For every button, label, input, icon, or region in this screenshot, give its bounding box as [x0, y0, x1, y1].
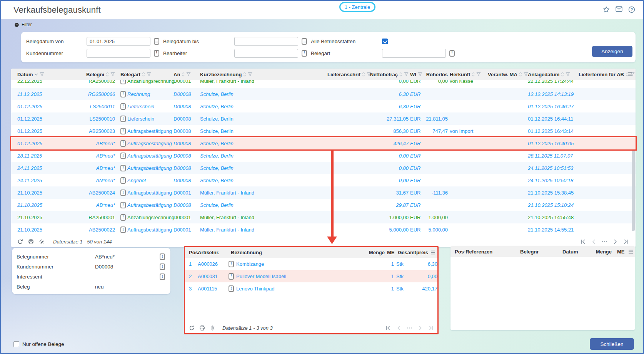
document-row[interactable]: 01.12.2025AB2500023!AuftragsbestätigungD…: [11, 125, 636, 137]
references-menu-icon[interactable]: [626, 250, 635, 254]
print-icon[interactable]: [28, 239, 34, 245]
document-row[interactable]: 22.12.2025RA2500002!AnzahlungsrechnungD0…: [11, 80, 636, 88]
artikel-state-icon[interactable]: !: [229, 273, 234, 280]
column-header-belegnr[interactable]: Belegnr: [520, 249, 562, 255]
refresh-icon[interactable]: [17, 239, 23, 245]
sort-icon[interactable]: [472, 72, 475, 77]
belegart-state-icon[interactable]: !: [120, 202, 126, 208]
pagination-pages-button[interactable]: [602, 241, 607, 243]
kundennummer-input[interactable]: [87, 49, 150, 58]
document-row[interactable]: 21.10.2025AB*neu*!AuftragsbestätigungD00…: [11, 199, 636, 211]
sort-desc-icon[interactable]: [34, 73, 38, 76]
belegart-lookup-state-icon[interactable]: !: [449, 50, 455, 57]
belegart-state-icon[interactable]: !: [120, 80, 126, 84]
belegdatum-von-lookup-icon[interactable]: …: [154, 38, 159, 45]
bearbeiter-input[interactable]: [234, 49, 298, 58]
belegart-state-icon[interactable]: !: [120, 214, 126, 221]
belegart-state-icon[interactable]: !: [120, 103, 126, 110]
column-header-belegn[interactable]: Belegnı: [80, 72, 115, 77]
pagination-last-button[interactable]: [623, 239, 629, 244]
document-row[interactable]: 24.11.2025AB*neu*!AuftragsbestätigungD00…: [11, 162, 636, 174]
refresh-icon[interactable]: [189, 325, 195, 331]
detail-state-icon[interactable]: !: [160, 273, 165, 280]
belegart-state-icon[interactable]: !: [120, 226, 126, 233]
column-header-belegart[interactable]: Belegart: [115, 72, 173, 77]
document-row[interactable]: 24.11.2025AN*neu*!AngebotD00008Schulze, …: [11, 174, 636, 186]
column-header-me[interactable]: ME: [385, 250, 398, 255]
sort-icon[interactable]: [399, 72, 402, 77]
belegart-state-icon[interactable]: !: [120, 128, 126, 134]
bearbeiter-state-icon[interactable]: !: [302, 50, 307, 57]
kundennummer-state-icon[interactable]: !: [154, 50, 159, 57]
column-header-gesamtpreis[interactable]: Gesamtpreis: [398, 250, 428, 255]
column-header-lieferanschrif[interactable]: Lieferanschrif: [326, 72, 369, 77]
belegart-state-icon[interactable]: !: [120, 91, 126, 97]
filter-funnel-icon[interactable]: [404, 72, 409, 77]
belegart-state-icon[interactable]: !: [120, 177, 126, 184]
document-row[interactable]: 21.10.2025AB2500024!AuftragsbestätigungD…: [11, 186, 636, 199]
column-header-wi[interactable]: WI: [409, 72, 425, 77]
filter-funnel-icon[interactable]: [418, 72, 422, 77]
document-row[interactable]: 28.11.2025AB*neu*!AuftragsbestätigungD00…: [11, 149, 636, 162]
document-row[interactable]: 01.12.2025LS2500011!LieferscheinD00008Sc…: [11, 100, 636, 112]
vertical-scrollbar-thumb[interactable]: [632, 143, 635, 231]
belegdatum-bis-input[interactable]: [234, 37, 298, 46]
print-icon[interactable]: [199, 325, 205, 331]
column-header-menge[interactable]: Menge: [368, 250, 385, 255]
artikel-state-icon[interactable]: !: [229, 261, 234, 267]
filter-funnel-icon[interactable]: [566, 72, 570, 77]
sort-icon[interactable]: [519, 72, 522, 77]
gear-icon[interactable]: [39, 239, 45, 245]
belegart-input[interactable]: [382, 49, 446, 58]
filter-funnel-icon[interactable]: [186, 72, 191, 77]
column-header-me[interactable]: ME: [612, 249, 626, 255]
help-icon[interactable]: ?: [628, 6, 635, 13]
filter-funnel-icon[interactable]: [40, 72, 44, 77]
pagination-next-button[interactable]: [614, 239, 617, 244]
column-header-datum[interactable]: Datum: [11, 72, 80, 77]
pagination-next-button[interactable]: [419, 325, 422, 331]
pagination-prev-button[interactable]: [397, 325, 400, 331]
gear-icon[interactable]: [210, 325, 215, 331]
positions-menu-icon[interactable]: [428, 250, 437, 255]
sort-icon[interactable]: [243, 72, 246, 77]
belegart-state-icon[interactable]: !: [120, 116, 126, 122]
betriebsstaette-badge[interactable]: 1 - Zentrale: [339, 2, 375, 12]
column-header-roherl-s[interactable]: Roherlös: [425, 72, 448, 77]
position-row[interactable]: 2A000031!Pullover Modell Isabell1Stk0,00: [185, 270, 437, 282]
detail-state-icon[interactable]: !: [160, 253, 165, 260]
filter-funnel-icon[interactable]: [147, 72, 151, 77]
position-row[interactable]: 1A000026!Kombizange1Stk6,30: [185, 258, 437, 270]
belegdatum-bis-lookup-icon[interactable]: …: [302, 38, 307, 45]
filter-funnel-icon[interactable]: [476, 72, 481, 77]
filter-funnel-icon[interactable]: [248, 72, 252, 77]
pagination-first-button[interactable]: [581, 239, 586, 244]
column-header-an[interactable]: An: [173, 72, 198, 77]
sort-icon[interactable]: [561, 72, 564, 77]
favorite-star-icon[interactable]: [603, 6, 610, 13]
column-header-pos-referenzen[interactable]: Pos-Referenzen: [450, 249, 520, 255]
column-header-liefertermin-f-r-ab[interactable]: Liefertermin für AB: [575, 72, 636, 77]
alle-betriebsstaetten-checkbox[interactable]: [382, 39, 388, 44]
mail-icon[interactable]: [616, 6, 622, 13]
belegart-state-icon[interactable]: !: [120, 153, 126, 159]
artikel-state-icon[interactable]: !: [229, 285, 234, 292]
pagination-last-button[interactable]: [428, 325, 434, 331]
filter-section-toggle[interactable]: Filter: [14, 22, 32, 27]
sort-icon[interactable]: [142, 72, 145, 77]
column-header-herkunft[interactable]: Herkunft: [448, 72, 486, 77]
column-header-bezeichnung[interactable]: Bezeichnung: [220, 250, 368, 255]
nur-offene-belege-checkbox[interactable]: [13, 341, 19, 347]
sort-icon[interactable]: [106, 72, 109, 77]
document-row[interactable]: 01.12.2025LS2500010!LieferscheinD00008Sc…: [11, 112, 636, 125]
document-row[interactable]: 11.12.2025RG2500066!RechnungD00008Schulz…: [11, 88, 636, 100]
belegart-state-icon[interactable]: !: [120, 190, 126, 196]
column-header-anlagedatum[interactable]: Anlagedatum: [527, 72, 575, 77]
pagination-pages-button[interactable]: [407, 327, 412, 329]
document-row[interactable]: 21.10.2025RA2500001!AnzahlungsrechnungD0…: [11, 211, 636, 223]
anzeigen-button[interactable]: Anzeigen: [592, 46, 632, 57]
belegart-state-icon[interactable]: !: [120, 165, 126, 171]
document-row[interactable]: 01.12.2025AB*neu*!AuftragsbestätigungD00…: [11, 137, 636, 149]
schliessen-button[interactable]: Schließen: [590, 338, 634, 350]
column-header-nettobetra[interactable]: Nettobetraç: [369, 72, 409, 77]
